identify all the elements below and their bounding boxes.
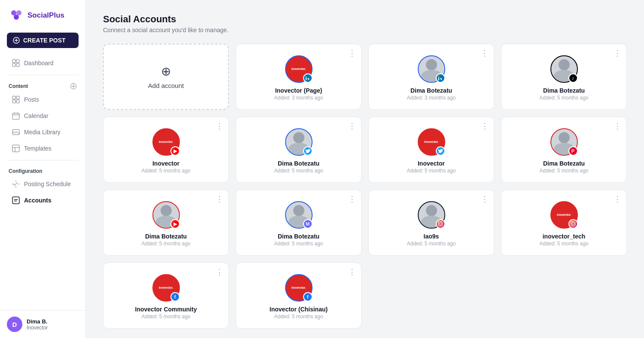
account-card: ⋮ inovector. Inovector (Page) Added: 3 m… xyxy=(236,44,361,110)
account-menu-icon[interactable]: ⋮ xyxy=(614,195,621,203)
avatar-wrap: inovector. xyxy=(418,128,445,156)
accounts-label: Accounts xyxy=(24,197,52,204)
linkedin-badge xyxy=(436,73,445,83)
sidebar-item-accounts[interactable]: Accounts xyxy=(3,193,82,208)
sidebar-item-media-library[interactable]: Media Library xyxy=(3,124,82,140)
account-name: Dima Botezatu xyxy=(543,160,585,167)
avatar-wrap: inovector. f xyxy=(152,274,180,302)
account-date: Added: 5 months ago xyxy=(539,168,588,174)
instagram-badge xyxy=(568,219,578,229)
svg-point-0 xyxy=(11,10,16,15)
dashboard-label: Dashboard xyxy=(24,60,54,66)
add-account-label: Add account xyxy=(148,82,184,89)
facebook-badge: f xyxy=(303,292,313,302)
account-card: ⋮ Iao9s Added: 5 months ago xyxy=(368,190,494,256)
account-date: Added: 5 months ago xyxy=(407,241,456,247)
svg-rect-22 xyxy=(12,145,19,152)
pinterest-badge: P xyxy=(568,146,578,156)
svg-rect-16 xyxy=(16,100,19,103)
sidebar-item-posting-schedule[interactable]: Posting Schedule xyxy=(3,176,82,192)
svg-rect-17 xyxy=(12,113,19,119)
calendar-icon xyxy=(12,112,20,120)
logo-area: SocialPlus xyxy=(0,0,85,31)
posts-label: Posts xyxy=(24,96,39,103)
sidebar-item-calendar[interactable]: Calendar xyxy=(3,108,82,124)
account-name: Inovector (Page) xyxy=(275,87,322,94)
svg-point-2 xyxy=(14,15,19,20)
divider-1 xyxy=(7,75,79,75)
account-menu-icon[interactable]: ⋮ xyxy=(481,49,489,57)
account-card: ⋮ ▶ Dima Botezatu Added: 5 months ago xyxy=(103,190,229,256)
create-post-label: CREATE POST xyxy=(23,37,66,44)
svg-point-35 xyxy=(574,222,574,223)
account-menu-icon[interactable]: ⋮ xyxy=(216,268,223,276)
account-menu-icon[interactable]: ⋮ xyxy=(216,122,223,130)
avatar-wrap: inovector. f xyxy=(285,274,313,302)
account-date: Added: 5 months ago xyxy=(274,168,323,174)
mastodon-badge: M xyxy=(303,219,313,229)
avatar-wrap: ▶ xyxy=(152,201,180,229)
account-name: Inovector (Chisinau) xyxy=(270,306,328,313)
account-name: Inovector Community xyxy=(135,306,197,313)
sidebar-item-dashboard[interactable]: Dashboard xyxy=(3,55,82,71)
sidebar-item-templates[interactable]: Templates xyxy=(3,141,82,156)
account-menu-icon[interactable]: ⋮ xyxy=(481,122,489,130)
svg-rect-6 xyxy=(12,60,15,63)
svg-rect-13 xyxy=(12,96,15,99)
linkedin-badge xyxy=(303,73,313,83)
account-name: Dima Botezatu xyxy=(145,233,187,240)
content-section-label: Content xyxy=(0,78,85,91)
youtube-badge: ▶ xyxy=(170,146,180,156)
svg-rect-26 xyxy=(306,78,307,80)
svg-rect-15 xyxy=(12,100,15,103)
account-card: ⋮ P Dima Botezatu Added: 5 months ago xyxy=(501,117,627,183)
account-date: Added: 5 months ago xyxy=(274,241,323,247)
user-org: Inovector xyxy=(27,325,48,331)
account-card: ⋮ inovector. inovector_tech Added: 5 mon… xyxy=(501,190,627,256)
account-name: Dima Botezatu xyxy=(278,160,319,167)
svg-point-32 xyxy=(441,222,442,223)
account-name: Dima Botezatu xyxy=(278,233,319,240)
avatar-wrap xyxy=(285,128,313,156)
schedule-icon xyxy=(12,180,20,188)
divider-2 xyxy=(7,160,79,160)
account-name: Inovector xyxy=(418,160,445,167)
account-menu-icon[interactable]: ⋮ xyxy=(216,195,223,203)
instagram-badge xyxy=(436,219,445,229)
avatar-wrap: inovector. ▶ xyxy=(152,128,180,156)
add-content-icon[interactable] xyxy=(70,83,77,90)
account-name: inovector_tech xyxy=(543,233,586,240)
account-menu-icon[interactable]: ⋮ xyxy=(481,195,489,203)
account-card: ⋮ inovector. Inovector Added: 5 months a… xyxy=(368,117,494,183)
svg-rect-9 xyxy=(16,63,19,66)
account-date: Added: 5 months ago xyxy=(539,241,588,247)
templates-label: Templates xyxy=(24,145,52,152)
twitter-badge xyxy=(303,146,313,156)
account-menu-icon[interactable]: ⋮ xyxy=(348,268,356,276)
account-menu-icon[interactable]: ⋮ xyxy=(348,122,356,130)
accounts-icon xyxy=(12,196,20,204)
account-menu-icon[interactable]: ⋮ xyxy=(614,122,621,130)
account-card: ⋮ inovector. f Inovector Community Added… xyxy=(103,263,229,329)
logo-icon xyxy=(9,8,24,23)
account-date: Added: 3 months ago xyxy=(274,95,323,101)
create-post-button[interactable]: CREATE POST xyxy=(7,33,79,48)
tiktok-badge: ♪ xyxy=(568,73,578,83)
account-name: Iao9s xyxy=(424,233,439,240)
templates-icon xyxy=(12,145,20,152)
avatar-wrap: inovector. xyxy=(285,55,313,83)
dashboard-icon xyxy=(12,59,20,67)
svg-rect-8 xyxy=(12,63,15,66)
page-subtitle: Connect a social account you'd like to m… xyxy=(103,27,627,33)
svg-point-34 xyxy=(572,223,574,225)
account-menu-icon[interactable]: ⋮ xyxy=(348,49,356,57)
avatar-wrap: P xyxy=(550,128,578,156)
account-name: Inovector xyxy=(152,160,179,167)
sidebar-item-posts[interactable]: Posts xyxy=(3,92,82,107)
add-account-icon: ⊕ xyxy=(161,64,171,78)
add-account-card[interactable]: ⊕ Add account xyxy=(103,44,229,110)
account-menu-icon[interactable]: ⋮ xyxy=(348,195,356,203)
account-menu-icon[interactable]: ⋮ xyxy=(614,49,621,57)
create-post-icon xyxy=(13,37,20,44)
account-date: Added: 3 months ago xyxy=(407,95,456,101)
